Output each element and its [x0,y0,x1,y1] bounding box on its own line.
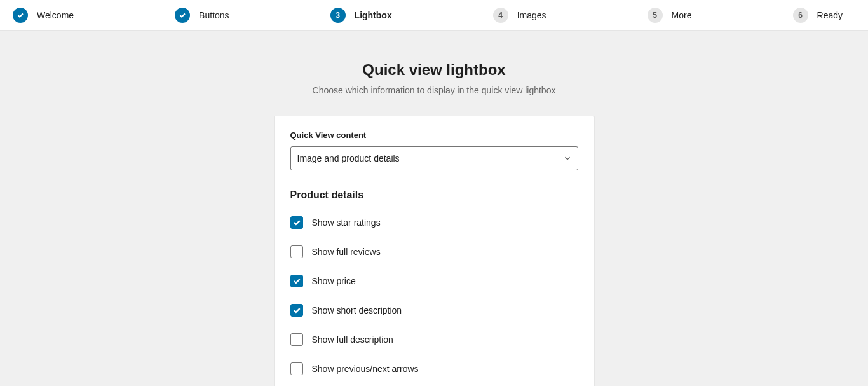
step-connector [558,15,636,15]
step-buttons[interactable]: Buttons [175,8,229,23]
checkbox-full-description[interactable]: Show full description [290,333,578,346]
step-number-badge: 6 [793,8,808,23]
product-details-checklist: Show star ratings Show full reviews Show… [290,216,578,386]
check-icon [175,8,190,23]
checkbox-short-description[interactable]: Show short description [290,304,578,317]
product-details-heading: Product details [290,190,578,201]
step-label: Images [517,10,546,20]
page-title: Quick view lightbox [13,61,855,79]
step-welcome[interactable]: Welcome [13,8,74,23]
checkbox-icon [290,333,303,346]
checkbox-full-reviews[interactable]: Show full reviews [290,245,578,258]
content-select[interactable]: Image and product details [290,146,578,170]
checkbox-label: Show star ratings [312,217,381,228]
step-images[interactable]: 4 Images [493,8,546,23]
settings-card: Quick View content Image and product det… [274,116,595,386]
checkbox-label: Show short description [312,305,402,315]
step-connector [241,15,319,15]
checkbox-icon [290,216,303,229]
step-number-badge: 4 [493,8,508,23]
wizard-stepper: Welcome Buttons 3 Lightbox 4 Images 5 Mo… [0,0,868,31]
step-connector [703,15,782,15]
step-ready[interactable]: 6 Ready [793,8,843,23]
step-number-badge: 5 [648,8,663,23]
checkbox-label: Show full reviews [312,247,381,257]
page-subtitle: Choose which information to display in t… [13,85,855,95]
step-more[interactable]: 5 More [648,8,692,23]
checkbox-prev-next-arrows[interactable]: Show previous/next arrows [290,362,578,375]
step-number-badge: 3 [330,8,346,23]
checkbox-price[interactable]: Show price [290,275,578,287]
checkbox-icon [290,275,303,287]
checkbox-star-ratings[interactable]: Show star ratings [290,216,578,229]
step-connector [403,15,482,15]
step-label: Buttons [199,10,229,20]
checkbox-icon [290,362,303,375]
content-select-label: Quick View content [290,130,578,140]
checkbox-icon [290,304,303,317]
step-label: More [672,10,692,20]
step-label: Welcome [37,10,74,20]
step-lightbox[interactable]: 3 Lightbox [330,8,392,23]
checkbox-label: Show full description [312,334,393,345]
page-body: Quick view lightbox Choose which informa… [0,31,868,386]
checkbox-label: Show price [312,276,356,286]
checkbox-label: Show previous/next arrows [312,364,419,374]
check-icon [13,8,28,23]
step-label: Ready [817,10,843,20]
content-select-wrap: Image and product details [290,146,578,170]
checkbox-icon [290,245,303,258]
step-label: Lightbox [355,10,392,20]
step-connector [85,15,163,15]
